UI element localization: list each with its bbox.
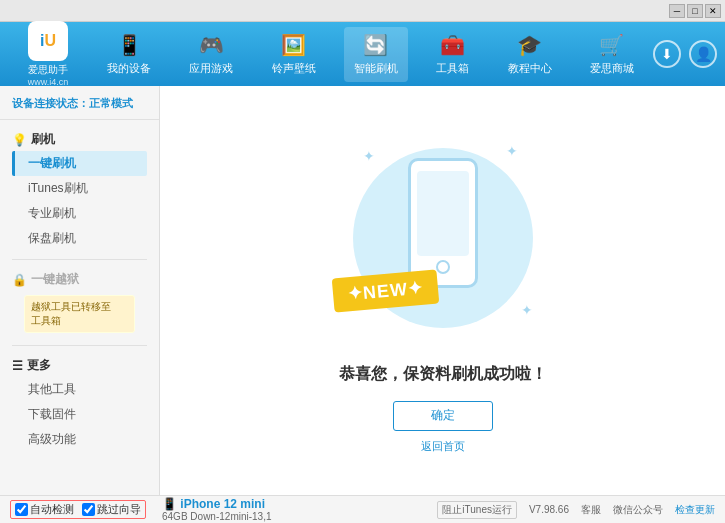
back-to-home-link[interactable]: 返回首页 [421, 439, 465, 454]
device-storage: 64GB [162, 511, 188, 522]
nav-label-apps-games: 应用游戏 [189, 61, 233, 76]
success-illustration: ✦ ✦ ✦ ✦NEW✦ [343, 128, 543, 348]
skip-wizard-checkbox[interactable] [82, 503, 95, 516]
flash-icon: 🔄 [363, 33, 388, 57]
nav-item-mall[interactable]: 🛒 爱思商城 [580, 27, 644, 82]
flash-section-icon: 💡 [12, 133, 27, 147]
device-name: iPhone 12 mini [180, 497, 265, 511]
nav-item-apps-games[interactable]: 🎮 应用游戏 [179, 27, 243, 82]
more-icon: ☰ [12, 359, 23, 373]
nav-label-my-device: 我的设备 [107, 61, 151, 76]
window-controls[interactable]: ─ □ ✕ [669, 4, 721, 18]
device-details: 64GB Down-12mini-13,1 [162, 511, 272, 522]
apps-icon: 🎮 [199, 33, 224, 57]
bottom-right: 阻止iTunes运行 V7.98.66 客服 微信公众号 检查更新 [437, 501, 715, 519]
flash-section-header: 💡 刷机 [12, 128, 147, 151]
check-update-link[interactable]: 检查更新 [675, 503, 715, 517]
auto-start-checkbox-label[interactable]: 自动检测 [15, 502, 74, 517]
sidebar-item-advanced[interactable]: 高级功能 [12, 427, 147, 452]
nav-label-toolbox: 工具箱 [436, 61, 469, 76]
content-area: ✦ ✦ ✦ ✦NEW✦ 恭喜您，保资料刷机成功啦！ 确定 返回首页 [160, 86, 725, 495]
jailbreak-section-header: 🔒 一键越狱 [12, 268, 147, 291]
phone-home-btn [436, 260, 450, 274]
sidebar: 设备连接状态：正常模式 💡 刷机 一键刷机 iTunes刷机 专业刷机 保盘刷机… [0, 86, 160, 495]
device-info: 📱 iPhone 12 mini 64GB Down-12mini-13,1 [162, 497, 272, 522]
star-icon-1: ✦ [363, 148, 375, 164]
sidebar-divider-2 [12, 345, 147, 346]
nav-right-controls: ⬇ 👤 [653, 40, 717, 68]
device-firmware: Down-12mini-13,1 [190, 511, 271, 522]
confirm-button[interactable]: 确定 [393, 401, 493, 431]
sidebar-item-save-flash[interactable]: 保盘刷机 [12, 226, 147, 251]
nav-bar: iU 爱思助手 www.i4.cn 📱 我的设备 🎮 应用游戏 🖼️ 铃声壁纸 … [0, 22, 725, 86]
nav-item-my-device[interactable]: 📱 我的设备 [97, 27, 161, 82]
close-button[interactable]: ✕ [705, 4, 721, 18]
customer-service-link[interactable]: 客服 [581, 503, 601, 517]
nav-items: 📱 我的设备 🎮 应用游戏 🖼️ 铃声壁纸 🔄 智能刷机 🧰 工具箱 🎓 教程中… [88, 27, 653, 82]
lock-icon: 🔒 [12, 273, 27, 287]
star-icon-3: ✦ [521, 302, 533, 318]
sidebar-scroll: 💡 刷机 一键刷机 iTunes刷机 专业刷机 保盘刷机 🔒 一键越狱 越狱工具… [0, 124, 159, 489]
checkbox-group: 自动检测 跳过向导 [10, 500, 146, 519]
logo-text: 爱思助手 [28, 63, 68, 77]
nav-label-mall: 爱思商城 [590, 61, 634, 76]
minimize-button[interactable]: ─ [669, 4, 685, 18]
nav-item-ringtones[interactable]: 🖼️ 铃声壁纸 [262, 27, 326, 82]
nav-item-tutorial[interactable]: 🎓 教程中心 [498, 27, 562, 82]
device-phone-icon: 📱 [162, 497, 177, 511]
logo-icon: iU [28, 21, 68, 61]
sidebar-item-pro-flash[interactable]: 专业刷机 [12, 201, 147, 226]
sidebar-item-other-tools[interactable]: 其他工具 [12, 377, 147, 402]
sidebar-item-one-key-flash[interactable]: 一键刷机 [12, 151, 147, 176]
version-text: V7.98.66 [529, 504, 569, 515]
auto-start-checkbox[interactable] [15, 503, 28, 516]
bottom-bar: 自动检测 跳过向导 📱 iPhone 12 mini 64GB Down-12m… [0, 495, 725, 523]
bottom-left: 自动检测 跳过向导 📱 iPhone 12 mini 64GB Down-12m… [10, 497, 431, 522]
device-status: 设备连接状态：正常模式 [0, 92, 159, 120]
skip-wizard-label: 跳过向导 [97, 502, 141, 517]
star-icon-2: ✦ [506, 143, 518, 159]
skip-wizard-checkbox-label[interactable]: 跳过向导 [82, 502, 141, 517]
more-section-header: ☰ 更多 [12, 354, 147, 377]
sidebar-section-flash: 💡 刷机 一键刷机 iTunes刷机 专业刷机 保盘刷机 [0, 124, 159, 255]
wechat-link[interactable]: 微信公众号 [613, 503, 663, 517]
nav-item-smart-flash[interactable]: 🔄 智能刷机 [344, 27, 408, 82]
phone-screen [417, 171, 469, 256]
auto-start-label: 自动检测 [30, 502, 74, 517]
maximize-button[interactable]: □ [687, 4, 703, 18]
nav-item-toolbox[interactable]: 🧰 工具箱 [426, 27, 479, 82]
mall-icon: 🛒 [599, 33, 624, 57]
sidebar-section-more: ☰ 更多 其他工具 下载固件 高级功能 [0, 350, 159, 456]
success-title: 恭喜您，保资料刷机成功啦！ [339, 364, 547, 385]
new-badge-text: ✦NEW✦ [346, 276, 425, 305]
toolbox-icon: 🧰 [440, 33, 465, 57]
download-button[interactable]: ⬇ [653, 40, 681, 68]
main-layout: 设备连接状态：正常模式 💡 刷机 一键刷机 iTunes刷机 专业刷机 保盘刷机… [0, 86, 725, 495]
jailbreak-warning: 越狱工具已转移至工具箱 [24, 295, 135, 333]
tutorial-icon: 🎓 [517, 33, 542, 57]
ringtones-icon: 🖼️ [281, 33, 306, 57]
nav-label-smart-flash: 智能刷机 [354, 61, 398, 76]
itunes-stop-button[interactable]: 阻止iTunes运行 [437, 501, 517, 519]
title-bar: ─ □ ✕ [0, 0, 725, 22]
sidebar-divider-1 [12, 259, 147, 260]
sidebar-section-jailbreak: 🔒 一键越狱 越狱工具已转移至工具箱 [0, 264, 159, 341]
nav-label-ringtones: 铃声壁纸 [272, 61, 316, 76]
sidebar-item-itunes-flash[interactable]: iTunes刷机 [12, 176, 147, 201]
account-button[interactable]: 👤 [689, 40, 717, 68]
nav-label-tutorial: 教程中心 [508, 61, 552, 76]
app-logo: iU 爱思助手 www.i4.cn [8, 21, 88, 87]
sidebar-item-download-firmware[interactable]: 下载固件 [12, 402, 147, 427]
device-icon: 📱 [117, 33, 142, 57]
illus-phone [408, 158, 478, 288]
